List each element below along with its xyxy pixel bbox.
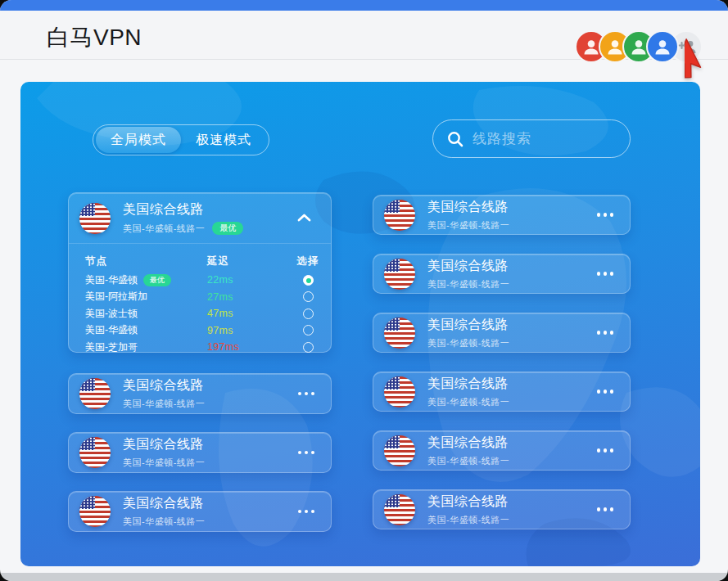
- chevron-up-icon: [297, 214, 311, 222]
- more-options-button[interactable]: [295, 446, 314, 460]
- node-name: 美国-阿拉斯加: [85, 290, 147, 304]
- us-flag-icon: [384, 200, 415, 231]
- more-options-button[interactable]: [295, 387, 314, 401]
- us-flag-icon: [79, 378, 111, 409]
- node-name: 美国-芝加哥: [85, 340, 138, 354]
- line-title: 美国综合线路: [427, 376, 594, 393]
- search-icon: [446, 130, 464, 148]
- column-node: 节点: [85, 254, 207, 268]
- us-flag-icon: [384, 318, 415, 349]
- more-options-button[interactable]: [594, 267, 613, 281]
- node-table: 节点 延迟 选择 美国-华盛顿 最优 22ms: [69, 244, 331, 356]
- line-list-right: 美国综合线路 美国-华盛顿-线路一 美国综合线路 美国-华盛顿-线路一: [373, 195, 631, 548]
- app-window: 白马VPN: [0, 0, 728, 581]
- us-flag-icon: [384, 376, 415, 408]
- line-subtitle: 美国-华盛顿-线路一: [427, 455, 509, 467]
- line-card[interactable]: 美国综合线路 美国-华盛顿-线路一: [68, 432, 332, 473]
- add-user-icon: [676, 37, 696, 56]
- us-flag-icon: [384, 259, 415, 290]
- node-radio[interactable]: [303, 291, 314, 302]
- line-subtitle: 美国-华盛顿-线路一: [123, 223, 205, 235]
- node-name: 美国-华盛顿: [85, 273, 138, 287]
- node-row[interactable]: 美国-华盛顿 最优 22ms: [85, 272, 314, 289]
- more-options-button[interactable]: [594, 385, 613, 399]
- node-name: 美国-波士顿: [85, 307, 138, 321]
- node-delay: 97ms: [207, 325, 283, 336]
- line-card[interactable]: 美国综合线路 美国-华盛顿-线路一: [373, 489, 631, 529]
- node-delay: 47ms: [207, 308, 283, 319]
- line-subtitle: 美国-华盛顿-线路一: [123, 398, 205, 410]
- more-options-button[interactable]: [594, 326, 613, 340]
- node-radio[interactable]: [303, 342, 314, 353]
- line-card[interactable]: 美国综合线路 美国-华盛顿-线路一: [68, 491, 332, 532]
- more-options-button[interactable]: [594, 444, 613, 457]
- column-select: 选择: [283, 254, 332, 268]
- node-row[interactable]: 美国-华盛顿 97ms: [85, 322, 314, 340]
- us-flag-icon: [384, 435, 415, 466]
- line-subtitle: 美国-华盛顿-线路一: [123, 516, 205, 528]
- line-card[interactable]: 美国综合线路 美国-华盛顿-线路一: [373, 430, 631, 471]
- line-card-expanded[interactable]: 美国综合线路 美国-华盛顿-线路一 最优 节点: [68, 192, 332, 353]
- line-card[interactable]: 美国综合线路 美国-华盛顿-线路一: [373, 195, 631, 235]
- app-title: 白马VPN: [47, 22, 142, 53]
- app-header: 白马VPN: [0, 11, 728, 60]
- node-radio[interactable]: [303, 309, 314, 319]
- optimal-badge: 最优: [212, 222, 243, 235]
- user-avatar[interactable]: [646, 30, 679, 63]
- line-subtitle: 美国-华盛顿-线路一: [427, 337, 509, 349]
- line-card[interactable]: 美国综合线路 美国-华盛顿-线路一: [373, 372, 631, 412]
- node-delay: 22ms: [207, 274, 283, 286]
- person-icon: [653, 37, 672, 56]
- node-table-header: 节点 延迟 选择: [85, 250, 314, 272]
- mode-tab[interactable]: 极速模式: [181, 127, 266, 153]
- us-flag-icon: [79, 203, 111, 234]
- node-row[interactable]: 美国-阿拉斯加 27ms: [85, 289, 314, 306]
- line-subtitle: 美国-华盛顿-线路一: [123, 457, 205, 469]
- line-card[interactable]: 美国综合线路 美国-华盛顿-线路一: [373, 313, 631, 353]
- line-list-left: 美国综合线路 美国-华盛顿-线路一 最优 节点: [68, 192, 332, 550]
- window-titlebar: [0, 0, 728, 11]
- more-options-button[interactable]: [594, 208, 613, 222]
- line-title: 美国综合线路: [123, 377, 295, 394]
- us-flag-icon: [384, 494, 415, 525]
- line-card[interactable]: 美国综合线路 美国-华盛顿-线路一: [373, 254, 631, 294]
- line-title: 美国综合线路: [427, 199, 594, 216]
- avatar-group: [575, 30, 703, 63]
- line-subtitle: 美国-华盛顿-线路一: [427, 278, 509, 290]
- line-card[interactable]: 美国综合线路 美国-华盛顿-线路一: [68, 373, 332, 414]
- node-radio[interactable]: [303, 275, 314, 286]
- node-radio[interactable]: [303, 325, 314, 336]
- search-input[interactable]: [473, 131, 617, 147]
- window-bottom-edge: [0, 573, 728, 581]
- search-box[interactable]: [432, 119, 631, 158]
- mode-tab[interactable]: 全局模式: [96, 127, 181, 153]
- expanded-card-header: 美国综合线路 美国-华盛顿-线路一 最优: [69, 193, 331, 244]
- node-row[interactable]: 美国-芝加哥 197ms: [85, 339, 314, 356]
- vpn-panel: 全局模式 极速模式 美国综合线路 美国-华盛顿-线路一: [20, 82, 700, 566]
- line-title: 美国综合线路: [123, 495, 295, 512]
- line-subtitle: 美国-华盛顿-线路一: [427, 514, 509, 526]
- mode-tabs: 全局模式 极速模式: [93, 124, 269, 155]
- line-title: 美国综合线路: [427, 493, 594, 511]
- collapse-button[interactable]: [294, 209, 314, 227]
- node-delay: 27ms: [207, 291, 283, 303]
- node-delay: 197ms: [207, 341, 283, 353]
- line-title: 美国综合线路: [123, 201, 294, 218]
- more-options-button[interactable]: [594, 502, 613, 516]
- us-flag-icon: [79, 496, 111, 527]
- line-subtitle: 美国-华盛顿-线路一: [427, 396, 509, 408]
- line-title: 美国综合线路: [123, 436, 295, 453]
- column-delay: 延迟: [207, 254, 283, 268]
- us-flag-icon: [79, 437, 111, 468]
- more-options-button[interactable]: [295, 505, 314, 519]
- node-row[interactable]: 美国-波士顿 47ms: [85, 305, 314, 322]
- line-subtitle: 美国-华盛顿-线路一: [427, 219, 509, 232]
- node-name: 美国-华盛顿: [85, 323, 138, 337]
- optimal-badge: 最优: [143, 274, 171, 286]
- line-title: 美国综合线路: [427, 317, 594, 334]
- line-title: 美国综合线路: [427, 435, 594, 452]
- line-title: 美国综合线路: [427, 258, 594, 275]
